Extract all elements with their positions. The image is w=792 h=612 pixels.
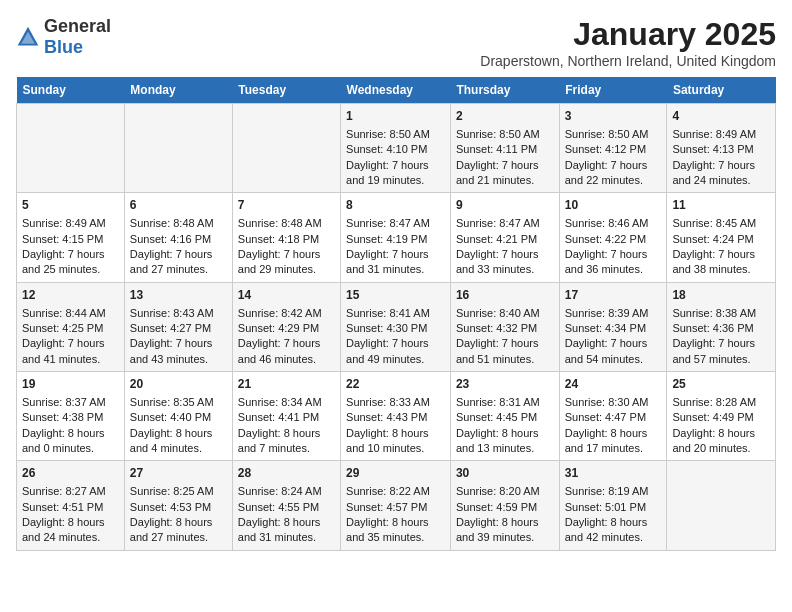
day-info-line: and 43 minutes. [130, 352, 227, 367]
calendar-day-cell: 1Sunrise: 8:50 AMSunset: 4:10 PMDaylight… [341, 104, 451, 193]
day-number: 18 [672, 287, 770, 304]
day-number: 11 [672, 197, 770, 214]
calendar-day-cell: 8Sunrise: 8:47 AMSunset: 4:19 PMDaylight… [341, 193, 451, 282]
day-info-line: Daylight: 7 hours [456, 158, 554, 173]
calendar-empty-cell [17, 104, 125, 193]
day-number: 4 [672, 108, 770, 125]
day-info-line: Sunrise: 8:46 AM [565, 216, 662, 231]
day-info-line: Sunrise: 8:24 AM [238, 484, 335, 499]
day-info-line: Sunset: 4:40 PM [130, 410, 227, 425]
day-number: 3 [565, 108, 662, 125]
day-info-line: and 46 minutes. [238, 352, 335, 367]
day-number: 29 [346, 465, 445, 482]
day-info-line: Sunrise: 8:31 AM [456, 395, 554, 410]
day-info-line: Sunset: 4:16 PM [130, 232, 227, 247]
day-info-line: Daylight: 8 hours [22, 426, 119, 441]
day-info-line: Sunset: 4:21 PM [456, 232, 554, 247]
day-info-line: and 41 minutes. [22, 352, 119, 367]
day-info-line: and 25 minutes. [22, 262, 119, 277]
day-of-week-header: Tuesday [232, 77, 340, 104]
day-info-line: and 24 minutes. [672, 173, 770, 188]
title-block: January 2025 Draperstown, Northern Irela… [480, 16, 776, 69]
day-number: 31 [565, 465, 662, 482]
calendar-week-row: 12Sunrise: 8:44 AMSunset: 4:25 PMDayligh… [17, 282, 776, 371]
day-info-line: and 51 minutes. [456, 352, 554, 367]
day-info-line: Daylight: 7 hours [565, 158, 662, 173]
day-info-line: Sunrise: 8:48 AM [238, 216, 335, 231]
day-info-line: Daylight: 7 hours [130, 247, 227, 262]
day-number: 16 [456, 287, 554, 304]
day-of-week-header: Saturday [667, 77, 776, 104]
day-info-line: Sunset: 4:36 PM [672, 321, 770, 336]
day-info-line: Sunset: 4:19 PM [346, 232, 445, 247]
day-number: 9 [456, 197, 554, 214]
calendar-day-cell: 15Sunrise: 8:41 AMSunset: 4:30 PMDayligh… [341, 282, 451, 371]
day-number: 6 [130, 197, 227, 214]
day-info-line: Daylight: 8 hours [238, 515, 335, 530]
day-number: 21 [238, 376, 335, 393]
day-number: 28 [238, 465, 335, 482]
calendar-day-cell: 22Sunrise: 8:33 AMSunset: 4:43 PMDayligh… [341, 372, 451, 461]
day-info-line: Daylight: 8 hours [130, 426, 227, 441]
day-info-line: and 38 minutes. [672, 262, 770, 277]
day-info-line: Daylight: 7 hours [238, 336, 335, 351]
page-header: General Blue January 2025 Draperstown, N… [16, 16, 776, 69]
calendar-empty-cell [667, 461, 776, 550]
day-info-line: Sunset: 4:30 PM [346, 321, 445, 336]
day-of-week-header: Thursday [450, 77, 559, 104]
day-info-line: Sunrise: 8:49 AM [22, 216, 119, 231]
day-info-line: Sunset: 4:53 PM [130, 500, 227, 515]
calendar-day-cell: 5Sunrise: 8:49 AMSunset: 4:15 PMDaylight… [17, 193, 125, 282]
calendar-week-row: 1Sunrise: 8:50 AMSunset: 4:10 PMDaylight… [17, 104, 776, 193]
day-info-line: Sunrise: 8:50 AM [456, 127, 554, 142]
day-info-line: Daylight: 8 hours [565, 426, 662, 441]
day-info-line: and 31 minutes. [238, 530, 335, 545]
day-info-line: Sunset: 4:13 PM [672, 142, 770, 157]
day-info-line: and 49 minutes. [346, 352, 445, 367]
calendar-day-cell: 20Sunrise: 8:35 AMSunset: 4:40 PMDayligh… [124, 372, 232, 461]
calendar-day-cell: 19Sunrise: 8:37 AMSunset: 4:38 PMDayligh… [17, 372, 125, 461]
day-info-line: Sunrise: 8:30 AM [565, 395, 662, 410]
day-info-line: Daylight: 8 hours [346, 515, 445, 530]
day-info-line: and 24 minutes. [22, 530, 119, 545]
day-info-line: Daylight: 7 hours [672, 336, 770, 351]
day-info-line: Sunset: 4:18 PM [238, 232, 335, 247]
day-info-line: Daylight: 7 hours [456, 336, 554, 351]
day-info-line: Sunset: 4:55 PM [238, 500, 335, 515]
day-info-line: Sunrise: 8:35 AM [130, 395, 227, 410]
day-info-line: Daylight: 7 hours [346, 247, 445, 262]
day-info-line: Daylight: 7 hours [672, 247, 770, 262]
calendar-day-cell: 17Sunrise: 8:39 AMSunset: 4:34 PMDayligh… [559, 282, 667, 371]
calendar-day-cell: 11Sunrise: 8:45 AMSunset: 4:24 PMDayligh… [667, 193, 776, 282]
day-info-line: Sunset: 4:27 PM [130, 321, 227, 336]
calendar-day-cell: 13Sunrise: 8:43 AMSunset: 4:27 PMDayligh… [124, 282, 232, 371]
day-of-week-header: Sunday [17, 77, 125, 104]
calendar-empty-cell [124, 104, 232, 193]
day-info-line: and 35 minutes. [346, 530, 445, 545]
calendar-day-cell: 27Sunrise: 8:25 AMSunset: 4:53 PMDayligh… [124, 461, 232, 550]
day-of-week-header: Monday [124, 77, 232, 104]
day-info-line: Sunset: 4:15 PM [22, 232, 119, 247]
day-info-line: and 39 minutes. [456, 530, 554, 545]
day-number: 15 [346, 287, 445, 304]
location-subtitle: Draperstown, Northern Ireland, United Ki… [480, 53, 776, 69]
day-info-line: and 42 minutes. [565, 530, 662, 545]
day-info-line: Daylight: 8 hours [672, 426, 770, 441]
day-info-line: and 22 minutes. [565, 173, 662, 188]
logo-icon [16, 25, 40, 49]
day-info-line: Sunrise: 8:47 AM [346, 216, 445, 231]
day-info-line: Sunrise: 8:45 AM [672, 216, 770, 231]
logo-general-text: General [44, 16, 111, 36]
day-info-line: and 17 minutes. [565, 441, 662, 456]
calendar-header-row: SundayMondayTuesdayWednesdayThursdayFrid… [17, 77, 776, 104]
day-info-line: Daylight: 7 hours [346, 158, 445, 173]
day-info-line: Daylight: 8 hours [456, 515, 554, 530]
day-number: 24 [565, 376, 662, 393]
day-info-line: and 13 minutes. [456, 441, 554, 456]
day-number: 1 [346, 108, 445, 125]
calendar-day-cell: 2Sunrise: 8:50 AMSunset: 4:11 PMDaylight… [450, 104, 559, 193]
day-info-line: Sunset: 4:51 PM [22, 500, 119, 515]
day-number: 20 [130, 376, 227, 393]
day-info-line: Sunset: 4:22 PM [565, 232, 662, 247]
day-number: 13 [130, 287, 227, 304]
